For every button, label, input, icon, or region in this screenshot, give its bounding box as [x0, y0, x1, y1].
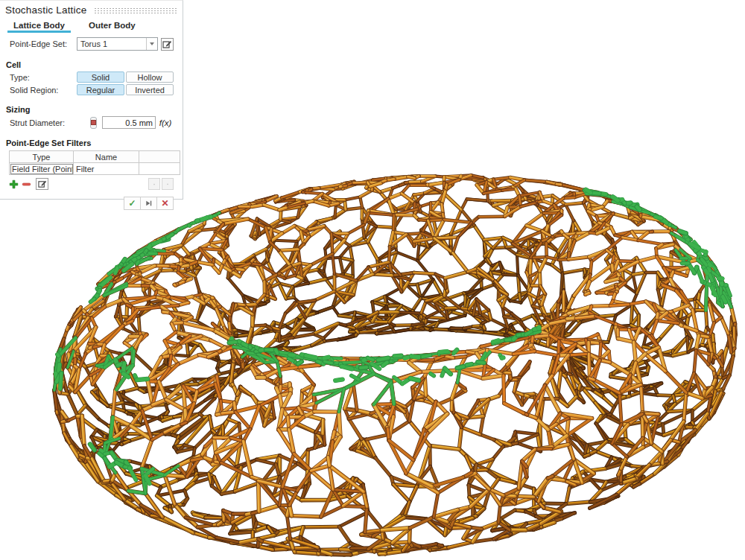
column-extra [139, 151, 180, 163]
point-edge-set-select[interactable]: Torus 1 [77, 37, 158, 51]
fx-function-button[interactable]: f(x) [157, 118, 174, 127]
type-hollow-button[interactable]: Hollow [126, 71, 174, 83]
move-filter-up-button[interactable] [148, 178, 160, 190]
filters-section-header: Point-Edge Set Filters [0, 139, 183, 147]
type-solid-button[interactable]: Solid [77, 71, 124, 83]
check-icon: ✓ [128, 198, 136, 209]
filter-type-cell[interactable]: Field Filter (Point) [10, 163, 74, 175]
sizing-section-header: Sizing [0, 105, 183, 114]
point-edge-set-value: Torus 1 [77, 39, 146, 48]
filters-actions-row [7, 178, 174, 190]
point-edge-set-label: Point-Edge Set: [10, 39, 67, 48]
stochastic-lattice-panel: Stochastic Lattice Lattice Body Outer Bo… [0, 0, 183, 200]
move-filter-down-button[interactable] [162, 178, 174, 190]
drag-grip-icon[interactable] [94, 7, 178, 14]
cancel-button[interactable]: ✕ [156, 197, 174, 210]
point-edge-set-row: Point-Edge Set: Torus 1 [0, 37, 183, 51]
cell-type-label: Type: [10, 73, 30, 82]
strut-diameter-input[interactable] [102, 116, 156, 129]
apply-skip-button[interactable] [140, 197, 157, 210]
panel-title-row: Stochastic Lattice [0, 1, 183, 17]
column-type: Type [10, 151, 74, 163]
panel-title: Stochastic Lattice [5, 4, 86, 16]
arrow-down-icon [167, 180, 168, 188]
solid-region-label: Solid Region: [10, 86, 58, 95]
edit-filter-button[interactable] [36, 178, 48, 190]
solid-region-row: Solid Region: Regular Inverted [0, 84, 183, 95]
skip-forward-icon [145, 200, 153, 207]
solid-region-toggle: Regular Inverted [77, 84, 174, 95]
plus-icon [9, 179, 19, 189]
filters-table: Type Name Field Filter (Point) Filter [9, 150, 180, 175]
edit-point-edge-set-button[interactable] [161, 38, 174, 51]
column-name: Name [74, 151, 139, 163]
arrow-up-icon [153, 180, 155, 188]
chevron-down-icon [150, 42, 154, 45]
remove-filter-button[interactable] [20, 178, 33, 190]
tab-lattice-body[interactable]: Lattice Body [12, 19, 66, 33]
table-row[interactable]: Field Filter (Point) Filter [10, 163, 180, 175]
strut-diameter-mode-button[interactable] [86, 117, 101, 129]
dropdown-caret[interactable] [146, 38, 157, 50]
cell-type-row: Type: Solid Hollow [0, 71, 183, 83]
tab-bar: Lattice Body Outer Body [12, 19, 183, 33]
filters-header-row: Type Name [10, 151, 180, 163]
add-filter-button[interactable] [7, 178, 20, 190]
confirm-button[interactable]: ✓ [124, 197, 141, 210]
minus-icon [22, 179, 31, 189]
region-inverted-button[interactable]: Inverted [126, 84, 174, 95]
panel-footer: ✓ ✕ [0, 197, 174, 210]
cell-type-toggle: Solid Hollow [77, 71, 174, 83]
edit-pencil-icon [38, 179, 47, 188]
filter-name-cell[interactable]: Filter [74, 163, 139, 175]
tab-outer-body[interactable]: Outer Body [87, 19, 137, 33]
strut-diameter-label: Strut Diameter: [10, 118, 65, 127]
edit-pencil-icon [162, 39, 172, 49]
cell-section-header: Cell [0, 60, 183, 69]
region-regular-button[interactable]: Regular [77, 84, 124, 95]
close-icon: ✕ [161, 198, 168, 209]
strut-diameter-row: Strut Diameter: f(x) [0, 116, 183, 129]
red-square-icon [90, 117, 97, 129]
filter-extra-cell [139, 163, 180, 175]
